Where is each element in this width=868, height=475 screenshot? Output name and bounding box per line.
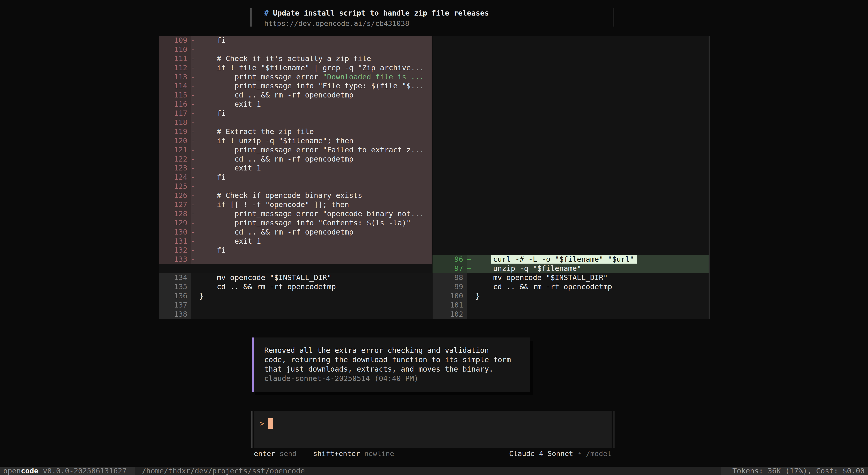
line-number: 133 <box>159 255 191 264</box>
line-number: 115 <box>159 91 191 100</box>
line-number: 110 <box>159 45 191 54</box>
line-number: 138 <box>159 310 191 319</box>
code-line <box>475 301 709 310</box>
line-number: 124 <box>159 173 191 182</box>
code-line: print_message error "Failed to extract z… <box>199 146 432 155</box>
code-line <box>199 255 432 264</box>
diff-row-old-110: 110- <box>159 45 432 54</box>
diff-filler-row <box>433 63 709 72</box>
diff-row-old-135: 135 cd .. && rm -rf opencodetmp <box>159 283 432 292</box>
diff-row-new-100: 100} <box>433 292 709 301</box>
diff-filler-row <box>433 54 709 63</box>
code-line: fi <box>199 173 432 182</box>
removed-marker: - <box>191 146 199 155</box>
code-line: cd .. && rm -rf opencodetmp <box>199 283 432 292</box>
diff-row-old-122: 122- cd .. && rm -rf opencodetmp <box>159 155 432 164</box>
opencode-share-app: # Update install script to handle zip fi… <box>0 0 868 475</box>
removed-marker: - <box>191 54 199 63</box>
removed-marker: - <box>191 182 199 191</box>
diff-row-new-99: 99 cd .. && rm -rf opencodetmp <box>433 283 709 292</box>
context-marker <box>191 283 199 292</box>
code-line: fi <box>199 246 432 255</box>
code-line <box>199 301 432 310</box>
hint-send: enter send <box>254 449 297 457</box>
diff-filler-row <box>433 218 709 228</box>
message-input[interactable]: > <box>254 411 612 448</box>
header-left-border <box>250 8 252 27</box>
diff-row-old-136: 136} <box>159 292 432 301</box>
diff-row-old-125: 125- <box>159 182 432 191</box>
diff-filler-row <box>433 182 709 191</box>
code-line <box>199 310 432 319</box>
code-line: print_message info "File type: $(file "$… <box>199 82 432 91</box>
share-url[interactable]: https://dev.opencode.ai/s/cb431038 <box>264 19 409 27</box>
model-indicator[interactable]: Claude 4 Sonnet • /model <box>509 449 612 457</box>
code-line: cd .. && rm -rf opencodetmp <box>199 228 432 237</box>
context-marker <box>467 292 475 301</box>
line-number: 117 <box>159 109 191 118</box>
line-number: 102 <box>433 310 467 319</box>
context-marker <box>191 292 199 301</box>
token-cost-stats: Tokens: 36K (17%), Cost: $0.00 <box>721 467 868 475</box>
removed-marker: - <box>191 155 199 164</box>
diff-filler-row <box>433 72 709 82</box>
session-title: # Update install script to handle zip fi… <box>264 9 489 18</box>
code-line: exit 1 <box>199 237 432 246</box>
context-marker <box>191 310 199 319</box>
hint-newline: shift+enter newline <box>313 449 394 457</box>
message-meta: claude-sonnet-4-20250514 (04:40 PM) <box>264 374 530 383</box>
project-path: /home/thdxr/dev/projects/sst/opencode <box>135 467 721 475</box>
line-number: 132 <box>159 246 191 255</box>
removed-marker: - <box>191 36 199 45</box>
context-marker <box>191 273 199 283</box>
line-number: 116 <box>159 100 191 109</box>
line-number: 125 <box>159 182 191 191</box>
code-line: # Check if it's actually a zip file <box>199 54 432 63</box>
line-number: 121 <box>159 146 191 155</box>
status-bar: opencode v0.0.0-202506131627 /home/thdxr… <box>0 467 868 475</box>
app-name-bold: code <box>21 467 38 475</box>
diff-filler-row <box>433 164 709 173</box>
code-line: exit 1 <box>199 164 432 173</box>
diff-row-old-127: 127- if [[ ! -f "opencode" ]]; then <box>159 200 432 209</box>
context-marker <box>467 273 475 283</box>
separator-dot: • <box>578 449 582 457</box>
diff-row-old-118: 118- <box>159 118 432 127</box>
diff-panel-new: 96+ curl -# -L -o "$filename" "$url"97+ … <box>433 36 709 319</box>
header-right-border <box>613 8 614 27</box>
app-name-dim: open <box>3 467 21 475</box>
removed-marker: - <box>191 164 199 173</box>
diff-filler-row <box>433 82 709 91</box>
line-number: 135 <box>159 283 191 292</box>
diff-filler-row <box>433 146 709 155</box>
diff-filler-row <box>433 246 709 255</box>
title-hash-icon: # <box>264 9 269 18</box>
model-command: /model <box>586 449 612 457</box>
app-version: v0.0.0-202506131627 <box>38 467 126 475</box>
diff-row-old-119: 119- # Extract the zip file <box>159 127 432 137</box>
line-number: 120 <box>159 137 191 146</box>
diff-row-old-111: 111- # Check if it's actually a zip file <box>159 54 432 63</box>
context-marker <box>467 301 475 310</box>
diff-filler-row <box>433 137 709 146</box>
code-line: fi <box>199 109 432 118</box>
line-number: 131 <box>159 237 191 246</box>
diff-row-old-131: 131- exit 1 <box>159 237 432 246</box>
removed-marker: - <box>191 228 199 237</box>
code-line: if ! unzip -q "$filename"; then <box>199 137 432 146</box>
diff-filler-row <box>433 173 709 182</box>
removed-marker: - <box>191 100 199 109</box>
diff-row-old-134: 134 mv opencode "$INSTALL_DIR" <box>159 273 432 283</box>
diff-scrollbar[interactable] <box>709 36 710 319</box>
diff-filler-row <box>433 237 709 246</box>
added-marker: + <box>467 264 475 273</box>
removed-marker: - <box>191 200 199 209</box>
code-line: if ! file "$filename" | grep -q "Zip arc… <box>199 63 432 72</box>
diff-row-old-112: 112- if ! file "$filename" | grep -q "Zi… <box>159 63 432 72</box>
code-line: print_message error "Downloaded file is … <box>199 72 432 82</box>
app-version-segment: opencode v0.0.0-202506131627 <box>0 467 135 475</box>
diff-filler-row <box>433 228 709 237</box>
diff-filler-row <box>433 200 709 209</box>
line-number: 119 <box>159 127 191 137</box>
diff-row-old-117: 117- fi <box>159 109 432 118</box>
